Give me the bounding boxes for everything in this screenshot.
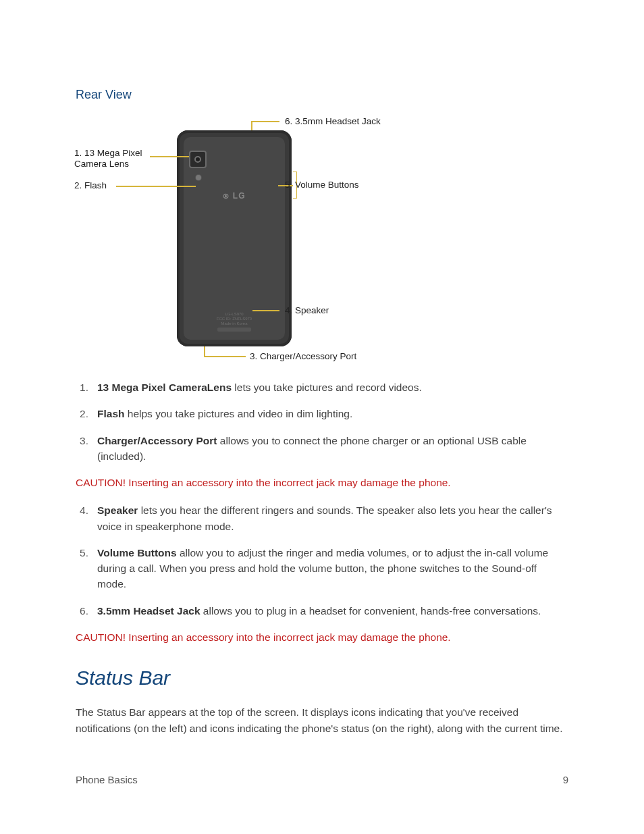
list-item: Speaker lets you hear the different ring… — [76, 502, 568, 534]
callout-label-2: 2. Flash — [74, 180, 107, 190]
callout-lead-3v — [204, 346, 205, 356]
feature-term: Flash — [97, 408, 124, 419]
cert-text: LG-LS970 FCC ID: ZNFLS970 Made in Korea — [177, 312, 292, 326]
lg-logo: ⦿ LG — [177, 191, 292, 201]
feature-term: Volume Buttons — [97, 547, 177, 558]
page-footer: Phone Basics 9 — [76, 774, 568, 785]
flash-led-icon — [196, 175, 201, 180]
caution-note-2: CAUTION! Inserting an accessory into the… — [76, 629, 568, 645]
status-bar-body: The Status Bar appears at the top of the… — [76, 704, 568, 737]
speaker-grille-icon — [217, 328, 251, 332]
list-item: Flash helps you take pictures and video … — [76, 406, 568, 421]
feature-term: 3.5mm Headset Jack — [97, 605, 200, 617]
rear-view-diagram: ⦿ LG LG-LS970 FCC ID: ZNFLS970 Made in K… — [76, 114, 454, 367]
rear-view-heading: Rear View — [76, 88, 568, 102]
feature-desc: helps you take pictures and video in dim… — [124, 408, 352, 419]
callout-label-6: 6. 3.5mm Headset Jack — [285, 116, 381, 126]
camera-lens-icon — [194, 156, 201, 163]
caution-note-1: CAUTION! Inserting an accessory into the… — [76, 475, 568, 490]
list-item: 3.5mm Headset Jack allows you to plug in… — [76, 603, 568, 619]
camera-module-icon — [189, 151, 207, 168]
callout-label-5: 5. Volume Buttons — [285, 180, 359, 190]
list-item: Charger/Accessory Port allows you to con… — [76, 433, 568, 465]
footer-section-title: Phone Basics — [76, 774, 138, 785]
callout-label-1: 1. 13 Mega Pixel Camera Lens — [74, 148, 147, 169]
feature-desc: allows you to plug in a headset for conv… — [200, 605, 541, 617]
feature-term: Charger/Accessory Port — [97, 435, 217, 446]
list-item: Volume Buttons allow you to adjust the r… — [76, 545, 568, 592]
callout-lead-1 — [150, 156, 189, 157]
lg-logo-text: LG — [233, 191, 246, 201]
status-bar-heading: Status Bar — [76, 667, 568, 689]
feature-desc: lets you take pictures and record videos… — [232, 382, 422, 393]
callout-lead-3 — [204, 356, 246, 357]
footer-page-number: 9 — [563, 774, 568, 785]
callout-lead-6v — [251, 121, 252, 130]
list-item: 13 Mega Pixel CameraLens lets you take p… — [76, 380, 568, 395]
callout-lead-2 — [116, 186, 196, 187]
feature-list-a: 13 Mega Pixel CameraLens lets you take p… — [76, 380, 568, 464]
feature-term: 13 Mega Pixel CameraLens — [97, 382, 232, 393]
callout-lead-4 — [252, 310, 279, 311]
feature-desc: lets you hear the different ringers and … — [97, 504, 552, 531]
phone-rear-shell: ⦿ LG LG-LS970 FCC ID: ZNFLS970 Made in K… — [177, 130, 292, 346]
feature-term: Speaker — [97, 504, 138, 516]
callout-label-3: 3. Charger/Accessory Port — [250, 351, 356, 361]
feature-list-b: Speaker lets you hear the different ring… — [76, 502, 568, 619]
callout-label-4: 4. Speaker — [285, 305, 329, 315]
callout-lead-6 — [251, 121, 279, 122]
